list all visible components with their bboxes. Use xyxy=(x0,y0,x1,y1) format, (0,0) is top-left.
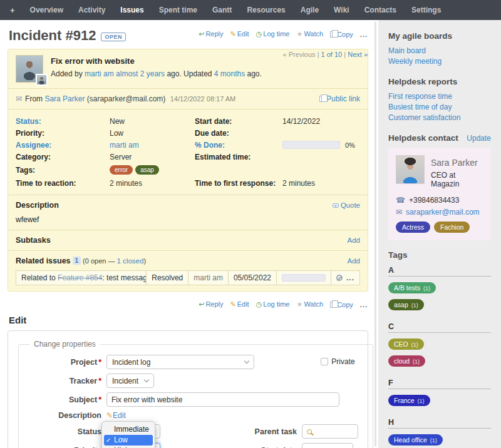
nav-settings[interactable]: Settings xyxy=(411,6,441,14)
status-value: New xyxy=(110,117,125,126)
status-badge: OPEN xyxy=(101,33,126,41)
reply-button[interactable]: ↩Reply xyxy=(199,30,223,38)
nav-resources[interactable]: Resources xyxy=(247,6,285,14)
due-date-label: Due date: xyxy=(195,129,282,138)
add-subtask-button[interactable]: Add xyxy=(348,237,360,244)
nav-gantt[interactable]: Gantt xyxy=(212,6,232,14)
watch-button-2[interactable]: ★Watch xyxy=(297,300,324,308)
nav-overview[interactable]: Overview xyxy=(30,6,63,14)
time-to-reaction-label: Time to reaction: xyxy=(16,179,110,188)
clock-icon: ◷ xyxy=(256,30,262,38)
log-time-button-2[interactable]: ◷Log time xyxy=(256,300,290,308)
contact-link[interactable]: Sara Parker xyxy=(44,94,85,103)
copy-button-2[interactable]: Copy xyxy=(330,301,353,308)
more-actions-button[interactable]: ... xyxy=(360,31,368,38)
public-link[interactable]: Public link xyxy=(319,94,360,103)
nav-activity[interactable]: Activity xyxy=(78,6,105,14)
related-issue-link[interactable]: Feature #854 xyxy=(58,273,102,282)
author-avatar xyxy=(16,55,43,83)
clock-icon: ◷ xyxy=(256,300,262,308)
tag-error[interactable]: error xyxy=(110,165,133,175)
reply-button-2[interactable]: ↩Reply xyxy=(199,300,223,308)
sidebar-tag-france[interactable]: France (1) xyxy=(388,395,430,406)
reply-icon: ↩ xyxy=(199,300,204,308)
issue-subject: Fix error with website xyxy=(51,56,262,66)
estimated-time-label: Estimated time: xyxy=(195,153,282,161)
contact-avatar xyxy=(396,155,425,184)
dropdown-option-low[interactable]: ✓Low xyxy=(104,435,153,445)
quote-icon xyxy=(333,203,339,208)
next-link[interactable]: Next » xyxy=(348,51,368,58)
pager-position: 1 of 10 xyxy=(321,51,343,58)
update-contact-button[interactable]: Update xyxy=(467,134,491,143)
assignee-link[interactable]: marti am xyxy=(110,141,139,150)
previous-link[interactable]: « Previous xyxy=(283,51,316,58)
contact-phone: +39846834433 xyxy=(409,196,459,205)
contact-tag-actress[interactable]: Actress xyxy=(396,221,430,233)
tracker-select[interactable]: Incident xyxy=(106,374,154,388)
priority-label: Priority xyxy=(28,446,101,448)
public-link-icon xyxy=(319,96,324,102)
sidebar-tag-ceo[interactable]: CEO (1) xyxy=(388,339,424,350)
sidebar-tag-asap[interactable]: asap (1) xyxy=(388,299,424,310)
contact-email-link[interactable]: saraparker@mail.com xyxy=(406,208,480,216)
priority-value: Low xyxy=(110,129,123,138)
done-label[interactable]: % Done: xyxy=(195,141,282,150)
dropdown-option-immediate[interactable]: Immediate xyxy=(104,424,153,435)
from-line: ✉From Sara Parker (saraparker@mail.com) … xyxy=(16,94,235,103)
description-edit-button[interactable]: ✎Edit xyxy=(106,411,126,420)
edit-button-2[interactable]: ✎Edit xyxy=(230,300,249,308)
nav-wiki[interactable]: Wiki xyxy=(334,6,349,14)
sidebar-link-weekly-meeting[interactable]: Weekly meeting xyxy=(388,57,491,66)
priority-dropdown-menu: Immediate ✓Low High Normal xyxy=(101,421,155,448)
updated-age-link[interactable]: 4 months xyxy=(214,69,245,78)
unlink-icon[interactable] xyxy=(336,275,343,281)
done-percent: 0% xyxy=(345,141,355,149)
nav-agile[interactable]: Agile xyxy=(301,6,319,14)
related-more-button[interactable]: ... xyxy=(346,273,354,282)
assignee-label[interactable]: Assignee: xyxy=(16,141,110,150)
sidebar-tag-ab-tests[interactable]: A/B tests (1) xyxy=(388,282,436,293)
issue-attributes: Status:New Priority:Low Assignee:marti a… xyxy=(8,109,368,195)
parent-task-input[interactable] xyxy=(302,424,358,439)
nav-issues[interactable]: Issues xyxy=(120,6,143,14)
sidebar-tag-head-office[interactable]: Head office (1) xyxy=(388,434,443,445)
edit-heading: Edit xyxy=(9,315,369,325)
log-time-button[interactable]: ◷Log time xyxy=(256,30,290,38)
start-date-input[interactable]: 14/12/2022 xyxy=(302,443,353,448)
sidebar-tag-cloud[interactable]: cloud (1) xyxy=(388,355,425,367)
tag-asap[interactable]: asap xyxy=(135,165,159,175)
related-issues-heading: Related issues1(0 open — 1 closed) xyxy=(16,257,146,265)
subject-input[interactable]: Fix error with website xyxy=(106,392,339,407)
message-date: 14/12/2022 08:17 AM xyxy=(170,95,236,103)
copy-button[interactable]: Copy xyxy=(330,31,353,38)
nav-spent-time[interactable]: Spent time xyxy=(159,6,197,14)
tag-letter: A xyxy=(388,266,491,277)
quote-button[interactable]: Quote xyxy=(333,201,360,209)
closed-issues-link[interactable]: 1 closed xyxy=(117,257,144,265)
search-icon xyxy=(307,429,312,434)
issue-pager: « Previous | 1 of 10 | Next » xyxy=(283,51,368,58)
watch-button[interactable]: ★Watch xyxy=(297,30,324,38)
plus-icon[interactable]: + xyxy=(10,6,15,15)
nav-contacts[interactable]: Contacts xyxy=(364,6,396,14)
project-select[interactable]: Incident log xyxy=(106,355,254,369)
chevron-down-icon xyxy=(144,377,149,382)
private-checkbox[interactable] xyxy=(321,358,328,365)
created-age-link[interactable]: almost 2 years xyxy=(114,69,165,78)
add-related-issue-button[interactable]: Add xyxy=(348,257,360,265)
sidebar-link-busiest-time[interactable]: Busiest time of day xyxy=(388,103,491,111)
contact-tag-fachion[interactable]: Fachion xyxy=(434,221,470,233)
status-label[interactable]: Status: xyxy=(16,117,110,126)
edit-button[interactable]: ✎Edit xyxy=(230,30,249,38)
more-actions-button-2[interactable]: ... xyxy=(360,301,368,308)
category-label: Category: xyxy=(16,153,110,161)
scrollbar[interactable] xyxy=(373,20,378,448)
copy-icon xyxy=(330,302,335,308)
author-link[interactable]: marti am xyxy=(85,69,114,78)
sidebar-link-customer-satisfaction[interactable]: Customer satisfaction xyxy=(388,113,491,122)
pencil-icon: ✎ xyxy=(106,411,113,420)
sidebar-link-main-board[interactable]: Main board xyxy=(388,46,491,55)
dropdown-option-high[interactable]: High xyxy=(104,445,153,448)
sidebar-link-first-response-time[interactable]: First response time xyxy=(388,92,491,101)
